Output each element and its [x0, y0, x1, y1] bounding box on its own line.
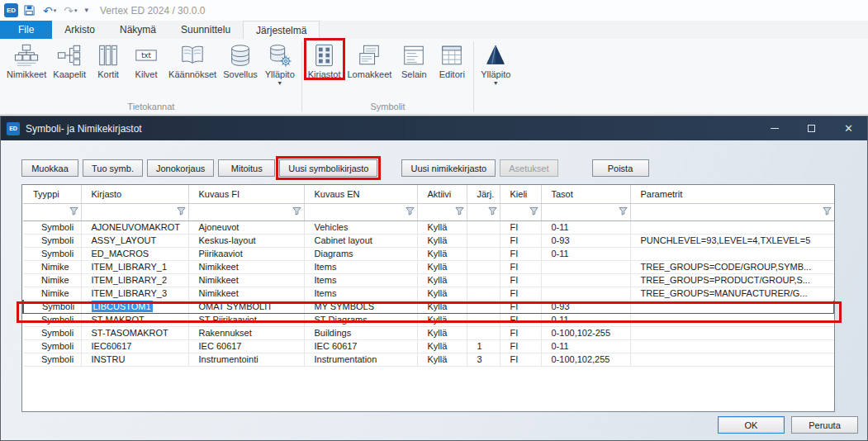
filter-cell[interactable]	[23, 203, 81, 220]
maximize-button[interactable]	[793, 116, 830, 140]
table-row[interactable]: SymboliST-TASOMAKROTRakennuksetBuildings…	[23, 326, 834, 339]
tuo-symb-button[interactable]: Tuo symb.	[83, 159, 143, 177]
table-cell[interactable]: OMAT SYMBOLIT	[188, 300, 304, 313]
table-cell[interactable]	[467, 287, 500, 300]
ribbon-item-kirjastot[interactable]: Kirjastot	[305, 39, 344, 79]
ribbon-item-kilvet[interactable]: txt Kilvet	[127, 39, 165, 79]
table-cell[interactable]: 3	[467, 353, 500, 366]
uusi-nimikekirjasto-button[interactable]: Uusi nimikekirjasto	[401, 159, 496, 177]
table-cell[interactable]	[630, 300, 834, 313]
table-cell[interactable]: Cabinet layout	[304, 234, 417, 247]
table-row[interactable]: NimikeITEM_LIBRARY_3NimikkeetItemsKylläF…	[23, 287, 834, 300]
column-header[interactable]: Tyyppi	[23, 185, 81, 203]
ribbon-item-sovellus[interactable]: Sovellus	[220, 39, 261, 79]
table-cell[interactable]: TREE_GROUPS=PRODUCT/GROUP,S...	[630, 273, 834, 287]
table-cell[interactable]: Nimikkeet	[188, 273, 304, 287]
table-cell[interactable]: 0-11	[541, 247, 630, 260]
filter-funnel-icon[interactable]	[177, 207, 186, 217]
save-button[interactable]	[21, 4, 38, 17]
table-cell[interactable]: ST-Piirikaaviot	[188, 313, 304, 326]
table-cell[interactable]	[630, 326, 834, 339]
table-cell[interactable]: ST-MAKROT	[81, 313, 188, 326]
table-cell[interactable]	[630, 313, 834, 326]
table-cell[interactable]: Nimikkeet	[188, 260, 304, 273]
table-cell[interactable]: 1	[467, 339, 500, 353]
table-cell[interactable]	[630, 247, 834, 260]
table-cell[interactable]	[467, 220, 500, 234]
table-cell[interactable]: Instrumentointi	[188, 353, 304, 366]
table-cell[interactable]	[630, 339, 834, 353]
tab-jarjestelma[interactable]: Järjestelmä	[243, 21, 320, 39]
table-cell[interactable]: Kyllä	[417, 313, 467, 326]
muokkaa-button[interactable]: Muokkaa	[21, 159, 78, 177]
table-cell[interactable]: MY SYMBOLS	[304, 300, 417, 313]
tab-file[interactable]: File	[0, 21, 52, 39]
table-cell[interactable]: Kyllä	[417, 353, 467, 366]
filter-cell[interactable]	[188, 203, 304, 220]
table-cell[interactable]: Symboli	[23, 313, 81, 326]
table-cell[interactable]: Kyllä	[417, 287, 467, 300]
table-cell[interactable]: Kyllä	[417, 220, 467, 234]
table-row[interactable]: NimikeITEM_LIBRARY_1NimikkeetItemsKylläF…	[23, 260, 834, 273]
table-row[interactable]: SymboliASSY_LAYOUTKeskus-layoutCabinet l…	[23, 234, 834, 247]
asetukset-button[interactable]: Asetukset	[500, 159, 557, 177]
column-header[interactable]: Kieli	[500, 185, 541, 203]
table-cell[interactable]	[630, 353, 834, 366]
filter-cell[interactable]	[467, 203, 500, 220]
table-cell[interactable]: 0-100,102,255	[541, 353, 630, 366]
filter-cell[interactable]	[541, 203, 630, 220]
ribbon-item-lomakkeet[interactable]: Lomakkeet	[344, 39, 396, 79]
column-header[interactable]: Tasot	[541, 185, 630, 203]
table-cell[interactable]: ITEM_LIBRARY_3	[81, 287, 188, 300]
uusi-symbolikirjasto-button[interactable]: Uusi symbolikirjasto	[279, 159, 377, 177]
table-cell[interactable]: Kyllä	[417, 234, 467, 247]
table-cell[interactable]: 0-11	[541, 220, 630, 234]
table-cell[interactable]: Nimike	[23, 287, 81, 300]
filter-cell[interactable]	[500, 203, 541, 220]
table-cell[interactable]: Symboli	[23, 353, 81, 366]
table-cell[interactable]: FI	[500, 273, 541, 287]
table-cell[interactable]: Symboli	[23, 326, 81, 339]
selected-cell-text[interactable]: LIBCUSTOM1	[92, 301, 153, 312]
ribbon-item-kaapelit[interactable]: Kaapelit	[50, 39, 89, 79]
table-cell[interactable]: Instrumentation	[304, 353, 417, 366]
close-button[interactable]: ✕	[830, 116, 867, 140]
ribbon-item-kaannokset[interactable]: Käännökset	[165, 39, 220, 79]
filter-funnel-icon[interactable]	[823, 207, 832, 217]
table-cell[interactable]: ED_MACROS	[81, 247, 188, 260]
cancel-button[interactable]: Peruuta	[791, 416, 858, 434]
filter-cell[interactable]	[81, 203, 188, 220]
undo-button[interactable]: ↶▾	[40, 5, 59, 17]
filter-cell[interactable]	[304, 203, 417, 220]
table-cell[interactable]: ASSY_LAYOUT	[81, 234, 188, 247]
table-cell[interactable]: FI	[500, 339, 541, 353]
table-cell[interactable]: TREE_GROUPS=MANUFACTURER/G...	[630, 287, 834, 300]
ribbon-item-nimikkeet[interactable]: Nimikkeet	[3, 39, 50, 79]
filter-funnel-icon[interactable]	[69, 207, 78, 217]
table-row[interactable]: SymboliIEC60617IEC 60617IEC 60617Kyllä1F…	[23, 339, 834, 353]
table-cell[interactable]: TREE_GROUPS=CODE/GROUP,SYMB...	[630, 260, 834, 273]
table-cell[interactable]: Symboli	[23, 247, 81, 260]
table-cell[interactable]: IEC 60617	[188, 339, 304, 353]
ok-button[interactable]: OK	[718, 416, 785, 434]
filter-funnel-icon[interactable]	[529, 207, 538, 217]
filter-funnel-icon[interactable]	[488, 207, 497, 217]
table-cell[interactable]: Kyllä	[417, 260, 467, 273]
table-cell[interactable]: ST-TASOMAKROT	[81, 326, 188, 339]
table-cell[interactable]: Nimike	[23, 273, 81, 287]
table-cell[interactable]: 0-100,102-255	[541, 326, 630, 339]
table-cell[interactable]: Buildings	[304, 326, 417, 339]
column-header[interactable]: Aktiivi	[417, 185, 467, 203]
customize-toolbar-button[interactable]: ▾	[83, 7, 92, 14]
table-cell[interactable]	[541, 260, 630, 273]
table-cell[interactable]: FI	[500, 234, 541, 247]
table-cell[interactable]: PUNCHLEVEL=93,LEVEL=4,TXLEVEL=5	[630, 234, 834, 247]
table-cell[interactable]: FI	[500, 353, 541, 366]
table-cell[interactable]	[467, 300, 500, 313]
tab-arkisto[interactable]: Arkisto	[52, 21, 107, 39]
filter-funnel-icon[interactable]	[619, 207, 628, 217]
table-row[interactable]: SymboliAJONEUVOMAKROTAjoneuvotVehiclesKy…	[23, 220, 834, 234]
table-cell[interactable]: FI	[500, 313, 541, 326]
table-cell[interactable]: Symboli	[23, 339, 81, 353]
table-cell[interactable]: Symboli	[23, 220, 81, 234]
